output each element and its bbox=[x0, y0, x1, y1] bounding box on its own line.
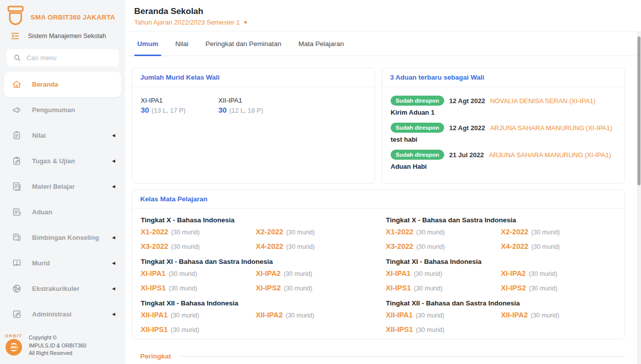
student-link[interactable]: ARJUNA SAHARA MANURUNG (XI-IPA1) bbox=[490, 124, 612, 132]
ball-icon bbox=[11, 283, 22, 294]
caret-left-icon bbox=[112, 185, 115, 189]
kelas-entry: XII-IPS1(30 murid) bbox=[141, 322, 256, 337]
clipboard-edit-icon bbox=[11, 309, 22, 320]
sidebar-item-label: Ekstrakurikuler bbox=[32, 285, 112, 292]
kelas-entry: XI-IPS2(30 murid) bbox=[256, 281, 371, 295]
kelas-group: Tingkat X - Bahasa IndonesiaX1-2022(30 m… bbox=[141, 216, 371, 254]
kelas-link[interactable]: XI-IPA1 bbox=[141, 269, 166, 277]
murid-list: XI-IPA1 30 (13 L, 17 P) XII-IPA1 30 (12 … bbox=[132, 87, 375, 124]
aduan-item: Sudah direspon 12 Agt 2022 NOVALIA DENIS… bbox=[391, 96, 616, 116]
sidebar-item-beranda[interactable]: Beranda bbox=[4, 72, 121, 97]
kelas-columns: Tingkat X - Bahasa IndonesiaX1-2022(30 m… bbox=[132, 209, 624, 339]
sidebar-collapse-icon[interactable] bbox=[10, 31, 20, 41]
sidebar-item-ekstrakurikuler[interactable]: Ekstrakurikuler bbox=[0, 276, 125, 301]
status-badge: Sudah direspon bbox=[391, 123, 444, 133]
kelas-link[interactable]: XII-IPS1 bbox=[141, 325, 168, 333]
board-icon bbox=[11, 232, 22, 243]
kelas-link[interactable]: XI-IPA2 bbox=[501, 269, 526, 277]
search-input[interactable] bbox=[27, 54, 112, 62]
list-alert-icon bbox=[11, 207, 22, 218]
sidebar-item-label: Tugas & Ujian bbox=[32, 157, 112, 165]
orbit-logo-circle: 360 bbox=[6, 339, 22, 355]
sidebar-item-pengumuman[interactable]: Pengumuman bbox=[0, 97, 125, 123]
kelas-link[interactable]: XII-IPA1 bbox=[386, 311, 413, 319]
kelas-link[interactable]: X4-2022 bbox=[501, 242, 528, 250]
kelas-link[interactable]: X2-2022 bbox=[256, 228, 283, 236]
student-count: 30 bbox=[218, 106, 227, 114]
kelas-grid: XII-IPA1(30 murid)XII-IPA2(30 murid)XII-… bbox=[386, 308, 616, 337]
kelas-link[interactable]: XII-IPA1 bbox=[141, 311, 168, 319]
school-name: SMA ORBIT360 JAKARTA bbox=[31, 14, 115, 21]
sidebar-item-bimbingan-konseling[interactable]: Bimbingan Konseling bbox=[0, 225, 125, 250]
murid-entry: XI-IPA1 30 (13 L, 17 P) bbox=[141, 97, 218, 114]
kelas-link[interactable]: XI-IPA2 bbox=[256, 269, 281, 277]
scrollbar-thumb[interactable] bbox=[637, 37, 640, 185]
tab-nilai[interactable]: Nilai bbox=[172, 32, 191, 56]
sidebar-item-materi-belajar[interactable]: Materi Belajar bbox=[0, 174, 125, 199]
kelas-group-heading: Tingkat XI - Bahasa Indonesia bbox=[386, 258, 616, 265]
tab-mata-pelajaran[interactable]: Mata Pelajaran bbox=[295, 32, 347, 56]
sidebar-item-nilai[interactable]: Nilai bbox=[0, 123, 125, 148]
kelas-group-heading: Tingkat XII - Bahasa dan Sastra Indonesi… bbox=[386, 299, 616, 307]
kelas-link[interactable]: XI-IPS1 bbox=[386, 284, 411, 292]
kelas-group-heading: Tingkat X - Bahasa dan Sastra Indonesia bbox=[386, 216, 616, 224]
home-icon bbox=[11, 79, 22, 90]
kelas-entry: X4-2022(30 murid) bbox=[501, 239, 616, 254]
year-semester-selector[interactable]: Tahun Ajaran 2022/2023 Semester 1 bbox=[134, 19, 247, 26]
kelas-link[interactable]: XII-IPS1 bbox=[386, 325, 413, 333]
kelas-grid: X1-2022(30 murid)X2-2022(30 murid)X3-202… bbox=[141, 225, 371, 254]
kelas-column: Tingkat X - Bahasa dan Sastra IndonesiaX… bbox=[386, 215, 616, 337]
kelas-entry: XI-IPS1(30 murid) bbox=[386, 281, 501, 295]
tab-peringkat-dan-peminatan[interactable]: Peringkat dan Peminatan bbox=[202, 32, 284, 56]
kelas-link[interactable]: XI-IPS2 bbox=[501, 284, 526, 292]
sidebar-footer: ORBIT 360 Copyright © IMPULS.ID & ORBIT3… bbox=[0, 328, 125, 364]
kelas-link[interactable]: XI-IPS1 bbox=[141, 284, 166, 292]
sidebar-item-murid[interactable]: Murid bbox=[0, 250, 125, 276]
chevron-down-icon bbox=[244, 19, 247, 26]
sidebar-item-label: Nilai bbox=[32, 132, 112, 139]
kelas-link[interactable]: X2-2022 bbox=[501, 228, 528, 236]
kelas-entry: XII-IPS1(30 murid) bbox=[386, 322, 501, 337]
kelas-grid: X1-2022(30 murid)X2-2022(30 murid)X3-202… bbox=[386, 225, 616, 254]
kelas-entry: X2-2022(30 murid) bbox=[501, 225, 616, 239]
student-link[interactable]: NOVALIA DENISA SERAN (XI-IPA1) bbox=[490, 97, 595, 105]
sidebar-item-label: Murid bbox=[32, 259, 112, 267]
kelas-link[interactable]: XII-IPA2 bbox=[501, 311, 528, 319]
kelas-entry: XI-IPS1(30 murid) bbox=[141, 281, 256, 295]
kelas-link[interactable]: X1-2022 bbox=[386, 228, 414, 236]
kelas-entry: X2-2022(30 murid) bbox=[256, 225, 371, 239]
tab-label: Umum bbox=[137, 40, 158, 48]
kelas-link[interactable]: X4-2022 bbox=[256, 242, 283, 250]
menu-search[interactable] bbox=[7, 49, 119, 67]
kelas-link[interactable]: XI-IPA1 bbox=[386, 269, 411, 277]
kelas-murid-count: (30 murid) bbox=[531, 229, 560, 236]
sidebar-item-tugas-ujian[interactable]: Tugas & Ujian bbox=[0, 148, 125, 174]
sidebar-item-aduan[interactable]: Aduan bbox=[0, 199, 125, 225]
card-title-jumlah-murid: Jumlah Murid Kelas Wali bbox=[132, 68, 375, 87]
kelas-murid-count: (30 murid) bbox=[171, 243, 200, 250]
kelas-link[interactable]: X1-2022 bbox=[141, 228, 168, 236]
kelas-link[interactable]: X3-2022 bbox=[141, 242, 168, 250]
aduan-subject: Kirim Aduan 1 bbox=[391, 109, 616, 116]
kelas-murid-count: (30 murid) bbox=[171, 312, 199, 319]
aduan-item: Sudah direspon 12 Agt 2022 ARJUNA SAHARA… bbox=[391, 123, 616, 143]
clipboard-list-icon bbox=[11, 130, 22, 141]
kelas-group: Tingkat XI - Bahasa IndonesiaXI-IPA1(30 … bbox=[386, 258, 616, 295]
tab-umum[interactable]: Umum bbox=[134, 32, 161, 56]
kelas-entry: XII-IPA1(30 murid) bbox=[386, 308, 501, 322]
card-title-aduan: 3 Aduan terbaru sebagai Wali bbox=[382, 68, 624, 87]
student-link[interactable]: ARJUNA SAHARA MANURUNG (XI-IPA1) bbox=[489, 151, 611, 159]
kelas-murid-count: (30 murid) bbox=[286, 243, 315, 250]
kelas-link[interactable]: X3-2022 bbox=[386, 242, 414, 250]
kelas-group: Tingkat X - Bahasa dan Sastra IndonesiaX… bbox=[386, 216, 616, 254]
app-window: SMA ORBIT360 JAKARTA Sistem Manajemen Se… bbox=[0, 0, 641, 364]
kelas-murid-count: (30 murid) bbox=[416, 229, 445, 236]
kelas-link[interactable]: XI-IPS2 bbox=[256, 284, 281, 292]
kelas-link[interactable]: XII-IPA2 bbox=[256, 311, 283, 319]
vertical-scrollbar[interactable] bbox=[637, 31, 641, 364]
kelas-group-heading: Tingkat X - Bahasa Indonesia bbox=[141, 216, 371, 224]
sidebar: SMA ORBIT360 JAKARTA Sistem Manajemen Se… bbox=[0, 0, 125, 364]
kelas-column: Tingkat X - Bahasa IndonesiaX1-2022(30 m… bbox=[141, 215, 371, 337]
page-title: Beranda Sekolah bbox=[134, 7, 632, 17]
sidebar-item-administrasi[interactable]: Administrasi bbox=[0, 301, 125, 327]
